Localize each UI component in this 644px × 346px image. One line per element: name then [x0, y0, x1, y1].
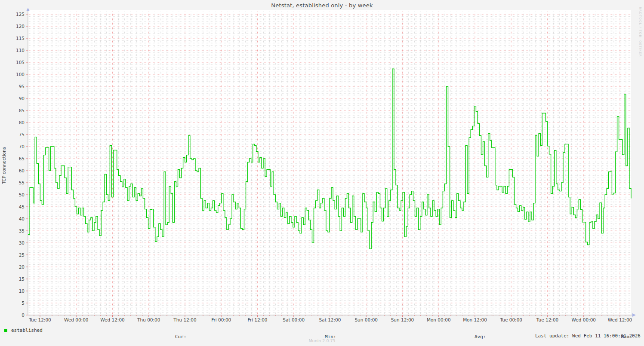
- svg-text:Thu 00:00: Thu 00:00: [137, 317, 160, 322]
- svg-text:Tue 12:00: Tue 12:00: [536, 317, 559, 322]
- munin-version: Munin 2.0.75: [0, 338, 644, 343]
- svg-text:5: 5: [22, 300, 25, 306]
- svg-text:35: 35: [19, 228, 25, 233]
- svg-text:80: 80: [19, 120, 25, 125]
- svg-text:Sun 00:00: Sun 00:00: [354, 317, 378, 322]
- svg-text:Thu 12:00: Thu 12:00: [173, 317, 196, 322]
- svg-text:Tue 12:00: Tue 12:00: [28, 317, 51, 322]
- legend-swatch-established: [4, 329, 7, 332]
- chart-canvas: Tue 12:00Wed 00:00Wed 12:00Thu 00:00Thu …: [0, 0, 644, 346]
- svg-text:85: 85: [19, 108, 25, 113]
- svg-text:20: 20: [19, 264, 25, 269]
- svg-text:65: 65: [19, 156, 25, 161]
- svg-text:Fri 00:00: Fri 00:00: [211, 317, 231, 322]
- svg-text:105: 105: [16, 60, 25, 65]
- svg-text:Fri 12:00: Fri 12:00: [247, 317, 267, 322]
- svg-text:Sat 00:00: Sat 00:00: [283, 317, 305, 322]
- munin-graph: Netstat, established only - by week RRDT…: [0, 0, 644, 346]
- svg-text:Wed 00:00: Wed 00:00: [572, 317, 596, 322]
- svg-text:70: 70: [19, 144, 25, 149]
- svg-text:90: 90: [19, 96, 25, 101]
- svg-text:30: 30: [19, 240, 25, 245]
- svg-text:Wed 12:00: Wed 12:00: [608, 317, 632, 322]
- svg-text:15: 15: [19, 276, 25, 282]
- svg-text:Wed 12:00: Wed 12:00: [100, 317, 125, 322]
- legend-series-label: established: [11, 328, 43, 333]
- svg-text:95: 95: [19, 84, 25, 89]
- svg-text:60: 60: [19, 168, 25, 173]
- svg-text:Tue 00:00: Tue 00:00: [499, 317, 522, 322]
- svg-text:120: 120: [16, 24, 25, 29]
- svg-text:Mon 00:00: Mon 00:00: [427, 317, 451, 322]
- svg-text:Mon 12:00: Mon 12:00: [463, 317, 487, 322]
- svg-text:115: 115: [16, 36, 25, 41]
- svg-text:0: 0: [22, 312, 25, 318]
- svg-text:100: 100: [16, 72, 25, 77]
- svg-text:25: 25: [19, 252, 25, 257]
- svg-text:50: 50: [19, 192, 25, 197]
- svg-text:45: 45: [19, 204, 25, 209]
- svg-text:Sat 12:00: Sat 12:00: [319, 317, 341, 322]
- svg-text:125: 125: [16, 12, 25, 17]
- svg-text:110: 110: [16, 48, 25, 53]
- svg-text:Sun 12:00: Sun 12:00: [391, 317, 414, 322]
- svg-text:10: 10: [19, 288, 25, 294]
- svg-text:75: 75: [19, 132, 25, 137]
- svg-text:Wed 00:00: Wed 00:00: [64, 317, 89, 322]
- legend-row: established: [4, 328, 43, 333]
- svg-text:55: 55: [19, 180, 25, 185]
- svg-text:40: 40: [19, 216, 25, 221]
